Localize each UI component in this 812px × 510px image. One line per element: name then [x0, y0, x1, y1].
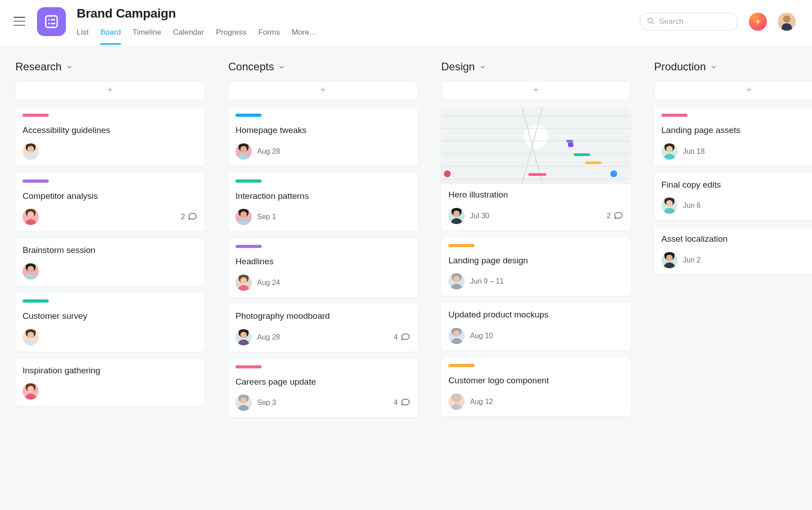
- assignee-avatar[interactable]: [235, 329, 252, 345]
- project-title: Brand Campaign: [77, 6, 317, 21]
- card-footer: Sep 34: [235, 395, 411, 411]
- assignee-avatar[interactable]: [448, 273, 465, 289]
- comment-count[interactable]: 4: [394, 397, 411, 409]
- card-due-date: Aug 28: [257, 147, 280, 156]
- column-title: Design: [441, 60, 475, 73]
- assignee-avatar[interactable]: [23, 209, 39, 225]
- column-research: ResearchAccessibility guidelinesCompetit…: [15, 60, 205, 510]
- comment-icon: [401, 397, 411, 409]
- assignee-avatar[interactable]: [448, 328, 465, 344]
- card-title: Careers page update: [235, 377, 316, 386]
- card-footer: Aug 12: [448, 394, 623, 410]
- assignee-avatar[interactable]: [23, 329, 39, 345]
- card-title: Inspiration gathering: [23, 366, 100, 375]
- task-card[interactable]: Updated product mockupsAug 10: [441, 303, 631, 350]
- card-title: Landing page design: [448, 256, 528, 265]
- assignee-avatar[interactable]: [235, 143, 252, 160]
- assignee-avatar[interactable]: [235, 209, 252, 225]
- card-title: Homepage tweaks: [235, 125, 306, 135]
- card-tag: [23, 114, 49, 117]
- card-title: Customer survey: [23, 311, 88, 321]
- view-tabs: ListBoardTimelineCalendarProgressFormsMo…: [77, 28, 317, 45]
- card-title: Photography moodboard: [235, 311, 330, 321]
- assignee-avatar[interactable]: [23, 263, 39, 280]
- add-card-button[interactable]: [441, 81, 631, 100]
- card-footer: [23, 263, 198, 280]
- tab-timeline[interactable]: Timeline: [133, 28, 161, 45]
- card-tag: [23, 299, 49, 303]
- task-card[interactable]: Final copy editsJun 6: [654, 173, 812, 221]
- card-footer: Jun 18: [661, 143, 812, 160]
- task-card[interactable]: Landing page assetsJun 18: [654, 107, 812, 166]
- comment-count[interactable]: 4: [394, 331, 411, 343]
- search-input[interactable]: [659, 17, 731, 26]
- task-card[interactable]: Hero illustrationJul 302: [441, 107, 631, 230]
- add-card-button[interactable]: [15, 81, 205, 100]
- card-footer: Aug 28: [235, 143, 411, 160]
- assignee-avatar[interactable]: [661, 252, 678, 268]
- user-avatar[interactable]: [778, 13, 796, 31]
- tab-forms[interactable]: Forms: [258, 28, 280, 45]
- task-card[interactable]: Asset localizationJun 2: [654, 227, 812, 275]
- card-footer: [23, 329, 198, 345]
- svg-point-2: [48, 23, 50, 24]
- assignee-avatar[interactable]: [23, 383, 39, 400]
- tab-board[interactable]: Board: [100, 28, 120, 45]
- comment-icon: [401, 331, 411, 343]
- plus-icon: [319, 86, 327, 95]
- card-due-date: Jun 2: [683, 256, 701, 264]
- column-header[interactable]: Concepts: [228, 60, 418, 73]
- tab-progress[interactable]: Progress: [216, 28, 246, 45]
- task-card[interactable]: Brainstorm session: [15, 239, 205, 286]
- add-card-button[interactable]: [654, 81, 812, 100]
- card-title: Accessibility guidelines: [23, 125, 110, 135]
- task-card[interactable]: Inspiration gathering: [15, 359, 205, 406]
- task-card[interactable]: Interaction patternsSep 1: [228, 173, 418, 232]
- add-card-button[interactable]: [228, 81, 418, 100]
- card-title: Brainstorm session: [23, 245, 96, 255]
- task-card[interactable]: Landing page designJun 9 – 11: [441, 238, 631, 296]
- assignee-avatar[interactable]: [448, 208, 465, 224]
- card-tag: [661, 114, 687, 117]
- task-card[interactable]: Customer logo componentAug 12: [441, 358, 631, 416]
- task-card[interactable]: Homepage tweaksAug 28: [228, 107, 418, 166]
- svg-rect-0: [46, 16, 57, 28]
- card-footer: Jul 302: [448, 208, 623, 224]
- column-header[interactable]: Design: [441, 60, 631, 73]
- assignee-avatar[interactable]: [235, 275, 252, 291]
- assignee-avatar[interactable]: [448, 394, 465, 410]
- card-due-date: Jun 9 – 11: [470, 277, 504, 285]
- search-box[interactable]: [640, 13, 738, 31]
- task-card[interactable]: Photography moodboardAug 284: [228, 304, 418, 352]
- svg-point-1: [48, 19, 50, 20]
- task-card[interactable]: Competitor analysis2: [15, 173, 205, 232]
- chevron-down-icon: [278, 60, 285, 73]
- column-title: Research: [15, 60, 62, 73]
- assignee-avatar[interactable]: [661, 198, 678, 214]
- card-tag: [235, 114, 262, 117]
- assignee-avatar[interactable]: [235, 395, 252, 411]
- tab-list[interactable]: List: [77, 28, 88, 45]
- card-title: Customer logo component: [448, 376, 549, 385]
- board: ResearchAccessibility guidelinesCompetit…: [0, 47, 812, 510]
- topbar: Brand Campaign ListBoardTimelineCalendar…: [0, 0, 812, 47]
- column-design: DesignHero illustrationJul 302Landing pa…: [441, 60, 631, 510]
- column-production: ProductionLanding page assetsJun 18Final…: [654, 60, 812, 510]
- assignee-avatar[interactable]: [661, 143, 678, 160]
- assignee-avatar[interactable]: [23, 143, 39, 160]
- search-icon: [646, 17, 655, 27]
- column-header[interactable]: Research: [15, 60, 205, 73]
- task-card[interactable]: Customer survey: [15, 293, 205, 352]
- column-header[interactable]: Production: [654, 60, 812, 73]
- tab-more[interactable]: More…: [292, 28, 317, 45]
- card-tag: [448, 364, 475, 367]
- comment-count[interactable]: 2: [181, 211, 198, 223]
- task-card[interactable]: Accessibility guidelines: [15, 107, 205, 166]
- menu-toggle-button[interactable]: [13, 14, 26, 28]
- project-icon[interactable]: [37, 7, 66, 36]
- task-card[interactable]: HeadlinesAug 24: [228, 239, 418, 297]
- task-card[interactable]: Careers page updateSep 34: [228, 359, 418, 418]
- comment-count[interactable]: 2: [607, 210, 623, 222]
- tab-calendar[interactable]: Calendar: [173, 28, 204, 45]
- global-add-button[interactable]: [749, 13, 767, 31]
